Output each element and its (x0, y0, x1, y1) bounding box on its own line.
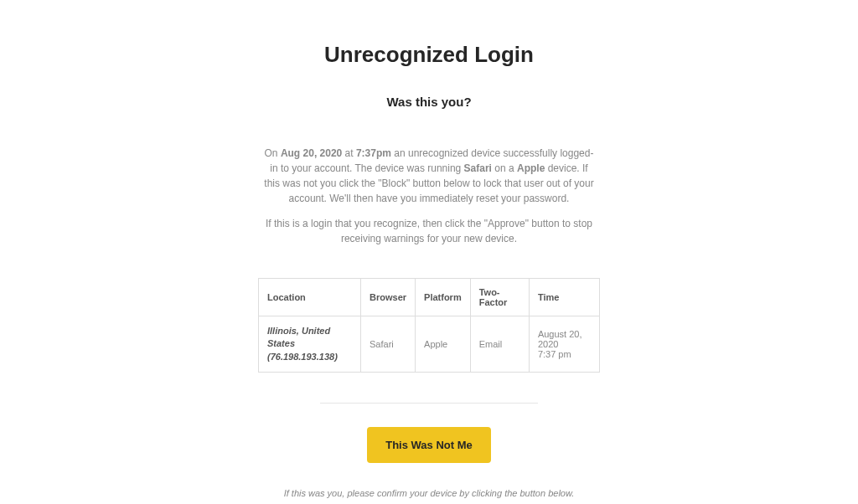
time-line2: 7:37 pm (538, 349, 571, 359)
confirm-text: If this was you, please confirm your dev… (284, 488, 575, 498)
desc-mid2: on a (492, 162, 517, 174)
divider (320, 403, 538, 404)
th-time: Time (529, 279, 599, 316)
th-browser: Browser (361, 279, 416, 316)
td-browser: Safari (361, 316, 416, 373)
desc-at: at (342, 147, 356, 159)
th-location: Location (259, 279, 361, 316)
login-details-table: Location Browser Platform Two-Factor Tim… (258, 278, 600, 373)
subtitle: Was this you? (386, 95, 471, 109)
location-line1: Illinois, United States (267, 326, 330, 348)
th-platform: Platform (416, 279, 471, 316)
desc-platform: Apple (517, 162, 545, 174)
desc-browser: Safari (464, 162, 492, 174)
desc-prefix: On (265, 147, 281, 159)
location-line2: (76.198.193.138) (267, 352, 338, 362)
td-location: Illinois, United States (76.198.193.138) (259, 316, 361, 373)
approve-description: If this is a login that you recognize, t… (261, 216, 597, 246)
page-title: Unrecognized Login (324, 42, 534, 68)
th-twofactor: Two-Factor (470, 279, 529, 316)
desc-time: 7:37pm (356, 147, 391, 159)
td-platform: Apple (416, 316, 471, 373)
td-twofactor: Email (470, 316, 529, 373)
time-line1: August 20, 2020 (538, 329, 582, 349)
login-description: On Aug 20, 2020 at 7:37pm an unrecognize… (261, 146, 597, 206)
table-row: Illinois, United States (76.198.193.138)… (259, 316, 600, 373)
td-time: August 20, 2020 7:37 pm (529, 316, 599, 373)
not-me-button[interactable]: This Was Not Me (367, 427, 491, 463)
desc-date: Aug 20, 2020 (281, 147, 342, 159)
